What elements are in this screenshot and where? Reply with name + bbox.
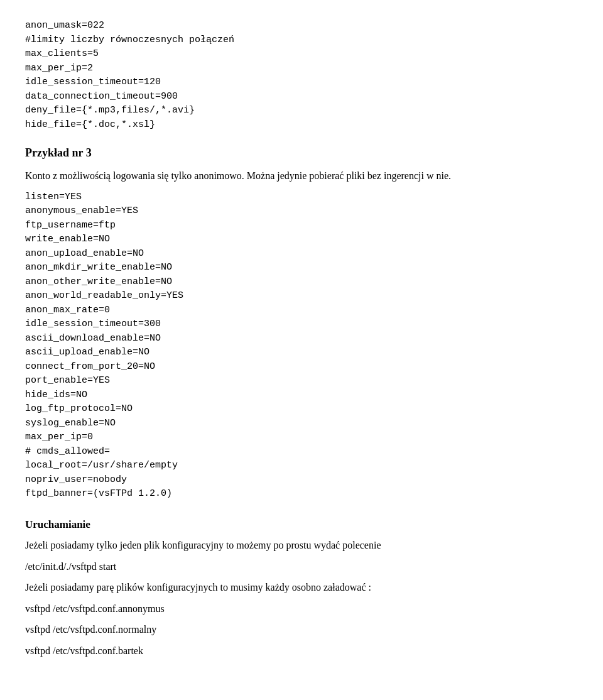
uruchamianie-desc2: Jeżeli posiadamy parę plików konfiguracy… [25, 579, 578, 596]
section3-description: Konto z możliwością logowania się tylko … [25, 168, 578, 184]
uruchamianie-cmd4: vsftpd /etc/vsftpd.conf.bartek [25, 643, 578, 659]
uruchamianie-cmd2: vsftpd /etc/vsftpd.conf.annonymus [25, 601, 578, 617]
uruchamianie-heading: Uruchamianie [25, 517, 578, 533]
top-code-block: anon_umask=022 #limity liczby równoczesn… [25, 19, 578, 132]
uruchamianie-desc1: Jeżeli posiadamy tylko jeden plik konfig… [25, 537, 578, 554]
uruchamianie-cmd3: vsftpd /etc/vsftpd.conf.normalny [25, 621, 578, 638]
section3-heading: Przykład nr 3 [25, 145, 578, 161]
main-code-block: listen=YES anonymous_enable=YES ftp_user… [25, 190, 578, 501]
uruchamianie-cmd1: /etc/init.d/./vsftpd start [25, 559, 578, 575]
